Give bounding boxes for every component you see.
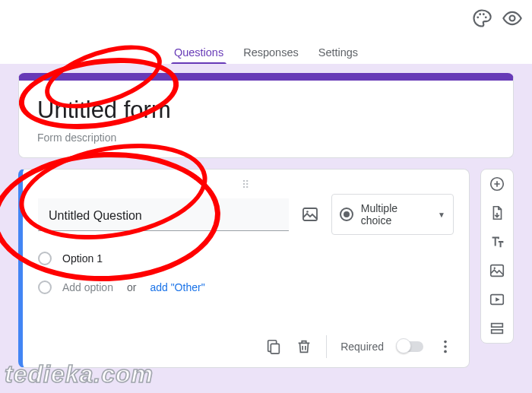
- required-label: Required: [340, 341, 384, 353]
- add-video-icon[interactable]: [489, 291, 505, 308]
- divider: [326, 335, 327, 358]
- add-image-icon[interactable]: [301, 205, 319, 223]
- svg-point-1: [479, 13, 481, 15]
- svg-rect-5: [303, 208, 317, 220]
- svg-rect-16: [492, 330, 503, 334]
- drag-handle-icon[interactable]: ⠿: [38, 179, 454, 189]
- add-option-row[interactable]: Add option or add "Other": [38, 280, 454, 294]
- or-label: or: [127, 281, 136, 293]
- tabs: Questions Responses Settings: [0, 36, 532, 64]
- svg-point-4: [510, 16, 515, 21]
- eye-icon[interactable]: [502, 8, 523, 29]
- svg-point-9: [444, 345, 447, 348]
- option-row[interactable]: Option 1: [38, 252, 454, 265]
- chevron-down-icon: ▼: [438, 211, 445, 219]
- form-description-input[interactable]: Form description: [37, 132, 495, 144]
- tab-responses[interactable]: Responses: [243, 46, 299, 64]
- radio-outline-icon: [38, 252, 52, 265]
- add-image-icon[interactable]: [489, 262, 505, 279]
- add-question-icon[interactable]: [489, 176, 505, 192]
- svg-rect-7: [271, 344, 280, 354]
- tab-questions[interactable]: Questions: [174, 46, 223, 64]
- svg-rect-15: [492, 324, 503, 328]
- svg-point-3: [485, 16, 487, 18]
- watermark: tedieka.com: [5, 360, 154, 388]
- question-title-input[interactable]: [38, 198, 289, 231]
- svg-rect-12: [491, 265, 504, 277]
- svg-point-6: [306, 211, 309, 213]
- add-option-button[interactable]: Add option: [62, 281, 113, 293]
- svg-point-0: [477, 16, 479, 18]
- question-type-select[interactable]: Multiple choice ▼: [331, 194, 454, 235]
- palette-icon[interactable]: [471, 8, 492, 29]
- required-toggle[interactable]: [397, 341, 423, 352]
- svg-point-8: [444, 341, 447, 344]
- add-section-icon[interactable]: [489, 320, 505, 337]
- radio-outline-icon: [38, 280, 52, 294]
- svg-point-13: [494, 268, 496, 269]
- more-icon[interactable]: [437, 338, 454, 355]
- import-questions-icon[interactable]: [489, 204, 505, 221]
- svg-point-10: [444, 350, 447, 353]
- side-toolbar: [480, 169, 514, 344]
- add-other-button[interactable]: add "Other": [150, 281, 204, 293]
- question-card[interactable]: ⠿ Multiple choice ▼ Opt: [18, 169, 470, 368]
- radio-icon: [340, 208, 353, 221]
- form-title-input[interactable]: Untitled form: [37, 96, 495, 124]
- svg-point-2: [483, 13, 485, 15]
- question-type-label: Multiple choice: [361, 202, 430, 227]
- delete-icon[interactable]: [296, 338, 312, 355]
- option-label[interactable]: Option 1: [62, 252, 103, 265]
- title-card[interactable]: Untitled form Form description: [18, 73, 514, 158]
- duplicate-icon[interactable]: [265, 338, 282, 355]
- tab-settings[interactable]: Settings: [318, 46, 358, 64]
- add-title-icon[interactable]: [489, 233, 505, 250]
